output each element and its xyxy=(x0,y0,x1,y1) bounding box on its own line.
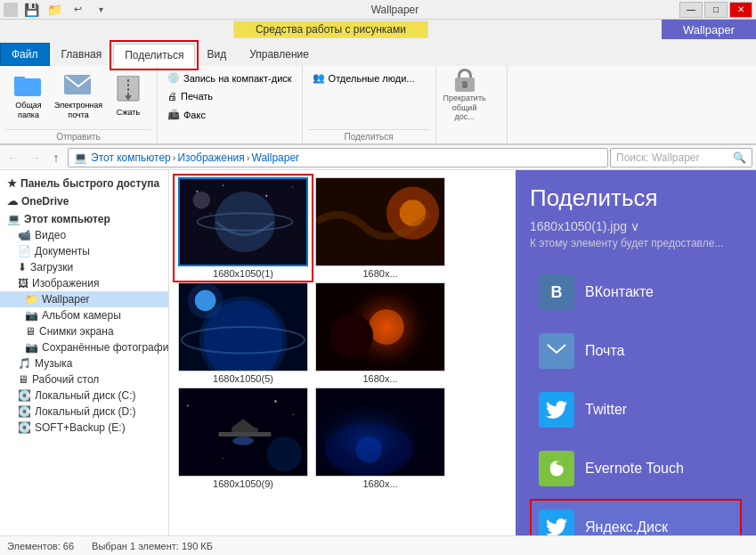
svg-point-33 xyxy=(232,437,254,445)
stop-sharing-label: Прекратить общий дос... xyxy=(443,94,487,122)
star-icon: ★ xyxy=(7,177,17,190)
address-part-wallpaper[interactable]: Wallpaper xyxy=(252,151,300,164)
sidebar-item-camera-roll[interactable]: 📷 Альбом камеры xyxy=(0,307,168,323)
address-part-computer[interactable]: Этот компьютер xyxy=(91,151,171,164)
tab-file[interactable]: Файл xyxy=(0,43,50,66)
address-part-images[interactable]: Изображения xyxy=(177,151,244,164)
thumbnail-1 xyxy=(315,177,445,266)
compress-icon xyxy=(112,74,144,106)
sidebar: ★ Панель быстрого доступа ☁ OneDrive 💻 Э… xyxy=(0,170,169,535)
maximize-btn[interactable]: □ xyxy=(704,2,728,18)
quick-undo-btn[interactable]: ↩ xyxy=(68,0,87,20)
tab-view[interactable]: Вид xyxy=(195,43,238,66)
music-label: Музыка xyxy=(35,357,72,370)
address-icon: 💻 xyxy=(74,151,87,164)
close-btn[interactable]: ✕ xyxy=(729,2,752,18)
share-panel-filename: 1680x1050(1).jpg ∨ xyxy=(530,219,742,233)
quick-save-btn[interactable]: 💾 xyxy=(21,0,41,20)
sidebar-item-disk-c[interactable]: 💽 Локальный диск (C:) xyxy=(0,388,168,404)
quick-folder-btn[interactable]: 📁 xyxy=(45,0,64,20)
share-panel: Поделиться 1680x1050(1).jpg ∨ К этому эл… xyxy=(516,170,756,535)
quick-down-btn[interactable]: ▾ xyxy=(91,0,110,20)
tab-share[interactable]: Поделиться xyxy=(113,44,195,67)
btn-share-people[interactable]: 👥 Отдельные люди... xyxy=(308,69,419,86)
file-label-2: 1680x1050(5) xyxy=(213,373,273,384)
file-item-0[interactable]: 1680x1050(1) xyxy=(176,177,310,279)
file-item-3[interactable]: 1680x... xyxy=(313,282,447,384)
btn-burn-cd[interactable]: 💿 Запись на компакт-диск xyxy=(163,69,297,86)
sidebar-item-disk-d[interactable]: 💽 Локальный диск (D:) xyxy=(0,404,168,420)
share-item-twitter[interactable]: Twitter xyxy=(530,381,742,438)
sidebar-section-onedrive[interactable]: ☁ OneDrive xyxy=(0,192,168,209)
btn-compress[interactable]: Сжать xyxy=(105,69,151,121)
ribbon-group-share-people: 👥 Отдельные люди... Поделиться xyxy=(303,66,436,143)
disk-e-label: SOFT+Backup (E:) xyxy=(35,421,126,434)
address-bar[interactable]: 💻 Этот компьютер › Изображения › Wallpap… xyxy=(68,148,608,167)
sidebar-section-computer[interactable]: 💻 Этот компьютер xyxy=(0,209,168,227)
file-item-1[interactable]: 1680x... xyxy=(313,177,447,279)
sidebar-section-quick-access[interactable]: ★ Панель быстрого доступа xyxy=(0,174,168,192)
evernote-icon xyxy=(539,451,574,486)
music-icon: 🎵 xyxy=(18,357,31,370)
sidebar-item-disk-e[interactable]: 💽 SOFT+Backup (E:) xyxy=(0,420,168,436)
btn-email[interactable]: Электронная почта xyxy=(55,69,102,121)
btn-general-folder[interactable]: Общая папка xyxy=(5,69,52,121)
sidebar-item-images[interactable]: 🖼 Изображения xyxy=(0,275,168,291)
video-icon: 📹 xyxy=(18,229,31,241)
share-people-label: Отдельные люди... xyxy=(329,73,415,84)
file-label-0: 1680x1050(1) xyxy=(213,268,273,279)
screenshots-label: Снимки экрана xyxy=(39,325,114,338)
up-btn[interactable]: ↑ xyxy=(46,148,66,167)
computer-icon: 💻 xyxy=(7,213,20,225)
window-title: Wallpaper xyxy=(110,4,679,16)
btn-print[interactable]: 🖨 Печать xyxy=(163,88,217,104)
sidebar-item-documents[interactable]: 📄 Документы xyxy=(0,243,168,259)
wallpaper-label: Wallpaper xyxy=(42,293,90,306)
sidebar-item-video[interactable]: 📹 Видео xyxy=(0,227,168,243)
forward-btn[interactable]: → xyxy=(25,148,45,167)
sidebar-item-wallpaper[interactable]: 📁 Wallpaper xyxy=(0,291,168,307)
video-label: Видео xyxy=(35,229,66,241)
btn-fax[interactable]: 📠 Факс xyxy=(163,106,210,123)
back-btn[interactable]: ← xyxy=(4,148,23,167)
svg-point-15 xyxy=(193,192,210,208)
sidebar-item-screenshots[interactable]: 🖥 Снимки экрана xyxy=(0,323,168,339)
share-item-evernote[interactable]: Evernote Touch xyxy=(530,440,742,497)
saved-photos-label: Сохранённые фотографи xyxy=(42,341,168,354)
file-grid: 1680x1050(1) 1680x... xyxy=(169,170,516,535)
disk-d-label: Локальный диск (D:) xyxy=(35,405,136,418)
yandex-disk-icon xyxy=(539,510,574,535)
svg-point-37 xyxy=(274,400,276,402)
title-bar: 💾 📁 ↩ ▾ Wallpaper — □ ✕ xyxy=(0,0,756,20)
camera-roll-label: Альбом камеры xyxy=(42,309,121,322)
saved-photos-icon: 📷 xyxy=(25,341,38,354)
share-item-mail[interactable]: Почта xyxy=(530,322,742,380)
images-icon: 🖼 xyxy=(18,277,28,290)
downloads-icon: ⬇ xyxy=(18,261,27,273)
desktop-label: Рабочий стол xyxy=(32,373,99,386)
share-item-yandex[interactable]: Яндекс.Диск xyxy=(530,499,742,535)
onedrive-icon: ☁ xyxy=(7,195,18,208)
minimize-btn[interactable]: — xyxy=(679,2,703,18)
file-label-1: 1680x... xyxy=(362,268,397,279)
sidebar-item-desktop[interactable]: 🖥 Рабочий стол xyxy=(0,371,168,388)
compress-label: Сжать xyxy=(117,108,140,117)
sidebar-item-music[interactable]: 🎵 Музыка xyxy=(0,355,168,371)
share-item-vk[interactable]: В ВКонтакте xyxy=(530,264,742,321)
search-input[interactable]: Поиск: Wallpaper 🔍 xyxy=(610,148,752,167)
sidebar-item-saved-photos[interactable]: 📷 Сохранённые фотографи xyxy=(0,339,168,355)
sidebar-item-downloads[interactable]: ⬇ Загрузки xyxy=(0,259,168,275)
email-label: Электронная почта xyxy=(54,101,102,120)
file-item-2[interactable]: 1680x1050(5) xyxy=(176,282,310,384)
tab-manage[interactable]: Управление xyxy=(238,43,321,66)
thumbnail-4 xyxy=(178,388,308,477)
tab-home[interactable]: Главная xyxy=(50,43,114,66)
print-icon: 🖨 xyxy=(167,91,177,102)
file-item-5[interactable]: 1680x... xyxy=(313,388,447,489)
svg-point-10 xyxy=(292,186,293,187)
desktop-icon: 🖥 xyxy=(18,373,28,386)
btn-stop-sharing[interactable]: Прекратить общий дос... xyxy=(442,69,488,121)
file-item-4[interactable]: 1680x1050(9) xyxy=(176,388,310,489)
wallpaper-folder-icon: 📁 xyxy=(25,293,38,306)
contextual-tab-label: Средства работы с рисунками xyxy=(233,20,428,38)
